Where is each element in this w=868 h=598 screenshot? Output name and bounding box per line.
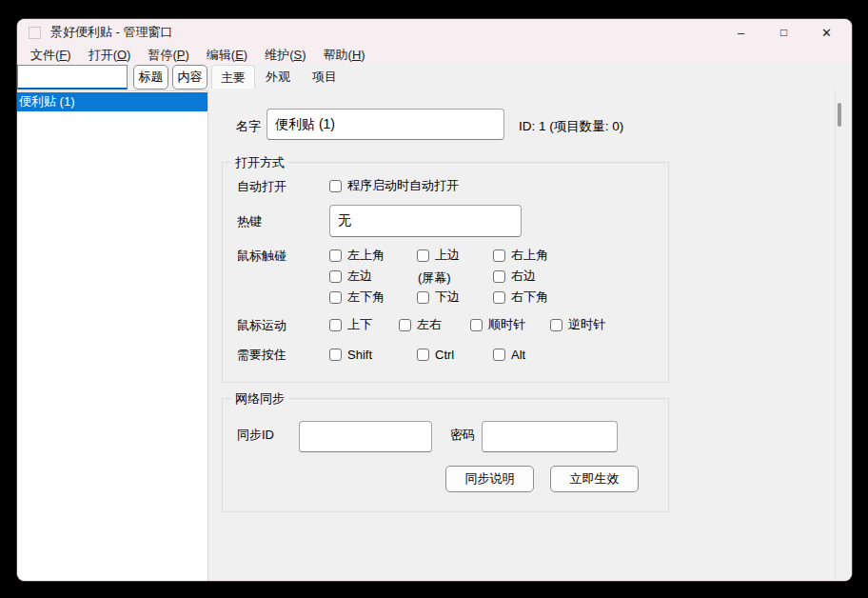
menu-bar: 文件(F) 打开(O) 暂停(P) 编辑(E) 维护(S) 帮助(H): [17, 46, 852, 65]
sync-id-input[interactable]: [299, 421, 432, 452]
checkbox-icon: [417, 291, 429, 304]
menu-file-label: 文件(: [30, 48, 59, 62]
menu-file-close: ): [67, 48, 70, 62]
menu-pause-close: ): [185, 48, 188, 62]
checkbox-icon: [329, 270, 342, 283]
menu-pause[interactable]: 暂停(P): [139, 47, 197, 64]
checkbox-touch-top-left[interactable]: 左上角: [329, 248, 385, 263]
hotkey-input[interactable]: [329, 205, 522, 237]
checkbox-touch-bottom-right[interactable]: 右下角: [493, 289, 548, 305]
checkbox-icon: [493, 291, 505, 304]
scrollbar-thumb[interactable]: [838, 103, 841, 127]
tab-appearance[interactable]: 外观: [258, 66, 298, 89]
password-input[interactable]: [482, 421, 618, 452]
window-controls: – □ ✕: [720, 19, 848, 46]
menu-help-key: H: [352, 48, 361, 62]
close-button[interactable]: ✕: [805, 19, 848, 46]
checkbox-motion-clockwise[interactable]: 顺时针: [470, 317, 525, 332]
menu-open[interactable]: 打开(O): [80, 47, 140, 64]
checkbox-icon: [470, 319, 483, 331]
menu-file[interactable]: 文件(F): [22, 47, 80, 64]
checkbox-touch-left[interactable]: 左边: [329, 269, 372, 284]
filter-title-button[interactable]: 标题: [133, 65, 168, 90]
apply-now-button[interactable]: 立即生效: [550, 466, 639, 492]
checkbox-motion-counterclockwise-label: 逆时针: [568, 316, 605, 333]
menu-help-close: ): [361, 48, 365, 62]
note-list[interactable]: 便利贴 (1): [17, 90, 207, 581]
checkbox-touch-top-label: 上边: [435, 247, 460, 264]
hotkey-label: 热键: [237, 213, 262, 230]
name-input[interactable]: [266, 109, 504, 140]
menu-open-close: ): [127, 48, 130, 62]
menu-maintain[interactable]: 维护(S): [256, 47, 314, 64]
menu-edit[interactable]: 编辑(E): [198, 47, 256, 64]
screen-note: (屏幕): [418, 269, 451, 287]
menu-open-key: O: [117, 48, 127, 62]
checkbox-motion-leftright[interactable]: 左右: [399, 317, 442, 332]
menu-help-label: 帮助(: [324, 48, 352, 62]
checkbox-hold-alt-label: Alt: [511, 348, 525, 362]
search-input[interactable]: [17, 65, 128, 90]
open-method-group-title: 打开方式: [231, 154, 288, 171]
menu-maintain-close: ): [302, 48, 306, 62]
checkbox-touch-left-label: 左边: [347, 268, 372, 285]
password-label: 密码: [450, 427, 475, 444]
checkbox-icon: [417, 249, 429, 262]
menu-edit-key: E: [235, 48, 244, 62]
checkbox-icon: [493, 270, 505, 283]
checkbox-touch-right[interactable]: 右边: [493, 269, 536, 284]
checkbox-auto-open[interactable]: 程序启动时自动打开: [329, 178, 459, 193]
menu-pause-label: 暂停(: [148, 48, 176, 62]
mouse-motion-label: 鼠标运动: [237, 317, 286, 334]
checkbox-icon: [493, 349, 505, 361]
menu-open-label: 打开(: [89, 48, 117, 62]
checkbox-hold-alt[interactable]: Alt: [493, 347, 525, 362]
name-label: 名字: [236, 118, 261, 135]
checkbox-hold-shift[interactable]: Shift: [329, 347, 372, 362]
checkbox-icon: [493, 249, 505, 262]
scrollbar-track: [835, 89, 836, 581]
app-window: 景好便利贴 - 管理窗口 – □ ✕ 文件(F) 打开(O) 暂停(P) 编辑(…: [17, 19, 852, 581]
checkbox-touch-top-right-label: 右上角: [511, 247, 548, 264]
tab-main[interactable]: 主要: [211, 65, 255, 90]
checkbox-touch-right-label: 右边: [511, 268, 536, 285]
maximize-button[interactable]: □: [762, 19, 805, 46]
checkbox-touch-bottom-right-label: 右下角: [511, 289, 548, 306]
menu-edit-label: 编辑(: [207, 48, 235, 62]
checkbox-icon: [329, 349, 342, 361]
menu-maintain-label: 维护(: [265, 48, 293, 62]
checkbox-hold-ctrl[interactable]: Ctrl: [417, 347, 454, 362]
checkbox-touch-bottom-left[interactable]: 左下角: [329, 289, 385, 305]
checkbox-motion-counterclockwise[interactable]: 逆时针: [550, 317, 605, 332]
checkbox-touch-top-right[interactable]: 右上角: [493, 248, 548, 263]
checkbox-touch-top[interactable]: 上边: [417, 248, 460, 263]
checkbox-touch-bottom-label: 下边: [435, 289, 460, 306]
open-method-group: 打开方式 自动打开 程序启动时自动打开 热键 鼠标触碰 左上角 上边 右上角 左…: [222, 162, 669, 383]
tab-items[interactable]: 项目: [304, 66, 345, 89]
id-readout: ID: 1 (项目数量: 0): [519, 118, 623, 135]
checkbox-touch-top-left-label: 左上角: [347, 247, 385, 264]
menu-edit-close: ): [244, 48, 247, 62]
hold-key-label: 需要按住: [237, 347, 286, 364]
checkbox-icon: [329, 291, 342, 304]
menu-help[interactable]: 帮助(H): [315, 47, 374, 64]
checkbox-touch-bottom[interactable]: 下边: [417, 289, 460, 305]
checkbox-icon: [329, 249, 342, 262]
filter-content-button[interactable]: 内容: [172, 65, 207, 90]
minimize-button[interactable]: –: [720, 19, 762, 46]
checkbox-motion-updown-label: 上下: [347, 316, 372, 333]
checkbox-hold-shift-label: Shift: [347, 348, 372, 362]
checkbox-motion-updown[interactable]: 上下: [329, 317, 372, 332]
checkbox-motion-clockwise-label: 顺时针: [488, 316, 525, 333]
app-icon: [29, 27, 41, 39]
list-item-selected[interactable]: 便利贴 (1): [17, 92, 207, 111]
sync-help-button[interactable]: 同步说明: [445, 466, 534, 492]
sync-id-label: 同步ID: [237, 427, 274, 444]
network-sync-group-title: 网络同步: [231, 390, 288, 408]
window-title: 景好便利贴 - 管理窗口: [50, 24, 173, 41]
checkbox-touch-bottom-left-label: 左下角: [347, 289, 385, 306]
checkbox-auto-open-label: 程序启动时自动打开: [347, 177, 459, 194]
checkbox-icon: [399, 319, 411, 331]
mouse-touch-label: 鼠标触碰: [237, 248, 286, 265]
menu-maintain-key: S: [294, 48, 303, 62]
